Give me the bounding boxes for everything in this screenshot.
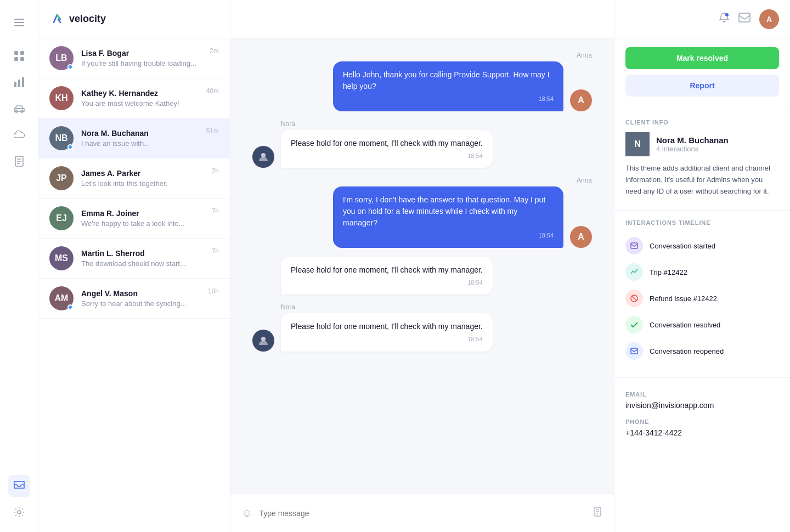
svg-rect-0 xyxy=(14,19,24,20)
client-name: Nora M. Buchanan xyxy=(656,135,729,145)
message-inner-row: Please hold for one moment, I'll check w… xyxy=(252,257,493,295)
message-bubble-wrap: I'm sorry, I don't have the answer to th… xyxy=(333,186,563,248)
chat-header xyxy=(230,0,614,38)
message-bubble: Hello John, thank you for calling Provid… xyxy=(333,61,563,111)
svg-rect-1 xyxy=(14,22,24,23)
message-inner-row: Please hold for one moment, I'll check w… xyxy=(252,130,493,168)
conv-preview: Let's look into this together. xyxy=(81,179,204,188)
conversation-panel: velocity LB Lisa F. Bogar If you're stil… xyxy=(38,0,230,532)
conv-name: Kathey K. Hernandez xyxy=(81,89,199,98)
conv-info: Martin L. Sherrod The download should no… xyxy=(81,249,204,268)
settings-nav-icon[interactable] xyxy=(8,501,30,523)
message-row-outgoing: AnnaI'm sorry, I don't have the answer t… xyxy=(252,177,592,248)
conversation-item[interactable]: MS Martin L. Sherrod The download should… xyxy=(38,239,230,279)
svg-rect-9 xyxy=(22,77,24,87)
conversation-item[interactable]: LB Lisa F. Bogar If you're still having … xyxy=(38,38,230,78)
message-inner-row: Please hold for one moment, I'll check w… xyxy=(252,313,493,352)
svg-rect-7 xyxy=(14,82,16,87)
conv-name: James A. Parker xyxy=(81,169,204,178)
timeline-icon xyxy=(625,263,643,281)
message-bubble: I'm sorry, I don't have the answer to th… xyxy=(333,186,563,248)
conversation-item[interactable]: EJ Emma R. Joiner We're happy to take a … xyxy=(38,199,230,239)
menu-icon[interactable] xyxy=(8,12,30,33)
message-row-incoming: NoraPlease hold for one moment, I'll che… xyxy=(252,120,592,168)
conv-avatar-wrap: MS xyxy=(49,246,74,270)
conv-avatar-wrap: JP xyxy=(49,166,74,190)
conv-preview: The download should now start... xyxy=(81,259,204,268)
timeline-label: Conversation resolved xyxy=(650,321,720,329)
divider-1 xyxy=(614,110,790,110)
conversation-item[interactable]: JP James A. Parker Let's look into this … xyxy=(38,159,230,199)
phone-label: PHONE xyxy=(625,418,779,425)
timeline-item: Trip #12422 xyxy=(625,259,779,285)
svg-rect-24 xyxy=(739,13,750,22)
cloud-nav-icon[interactable] xyxy=(8,124,30,146)
timeline-item: Conversation reopened xyxy=(625,338,779,364)
conversation-list: LB Lisa F. Bogar If you're still having … xyxy=(38,38,230,532)
inbox-nav-icon[interactable] xyxy=(8,475,30,497)
message-avatar: A xyxy=(570,89,592,111)
client-meta: Nora M. Buchanan 4 interactions xyxy=(656,135,729,153)
conv-time: 2m xyxy=(210,47,219,55)
message-sender-label: Anna xyxy=(577,177,592,184)
email-value: invision@invisionapp.com xyxy=(625,401,779,410)
timeline-icon xyxy=(625,237,643,254)
online-indicator xyxy=(67,304,73,310)
attach-icon[interactable] xyxy=(592,506,603,520)
grid-nav-icon[interactable] xyxy=(8,45,30,67)
conv-avatar: JP xyxy=(49,166,74,190)
report-button[interactable]: Report xyxy=(625,75,779,97)
message-bubble: Please hold for one moment, I'll check w… xyxy=(281,313,493,352)
conversation-item[interactable]: KH Kathey K. Hernandez You are most welc… xyxy=(38,78,230,118)
message-time: 18:54 xyxy=(291,278,483,287)
message-time: 18:54 xyxy=(343,94,554,104)
notification-icon[interactable] xyxy=(719,12,730,26)
svg-rect-4 xyxy=(20,51,24,55)
online-indicator xyxy=(67,64,73,70)
client-info-section-label: CLIENT INFO xyxy=(614,119,790,126)
message-row-incoming: Please hold for one moment, I'll check w… xyxy=(252,257,592,295)
conv-avatar: MS xyxy=(49,246,74,270)
timeline-icon xyxy=(625,342,643,360)
svg-rect-2 xyxy=(14,25,24,26)
conv-avatar: KH xyxy=(49,86,74,110)
conv-info: Angel V. Mason Sorry to hear about the s… xyxy=(81,289,200,308)
app-name: velocity xyxy=(69,13,106,25)
book-nav-icon[interactable] xyxy=(8,150,30,172)
client-info-header: N Nora M. Buchanan 4 interactions xyxy=(625,132,779,156)
message-input[interactable] xyxy=(259,509,585,518)
conv-time: 51m xyxy=(206,127,219,135)
chat-messages: AnnaHello John, thank you for calling Pr… xyxy=(230,38,614,494)
email-header-icon[interactable] xyxy=(738,13,751,25)
conv-time: 10h xyxy=(208,287,219,295)
chart-nav-icon[interactable] xyxy=(8,71,30,93)
message-time: 18:54 xyxy=(291,335,483,344)
svg-point-17 xyxy=(261,153,266,157)
conv-name: Angel V. Mason xyxy=(81,289,200,298)
conv-preview: You are most welcome Kathey! xyxy=(81,99,199,107)
mark-resolved-button[interactable]: Mark resolved xyxy=(625,47,779,69)
car-nav-icon[interactable] xyxy=(8,98,30,120)
conv-time: 2h xyxy=(212,167,219,175)
conv-info: Lisa F. Bogar If you're still having tro… xyxy=(81,49,202,67)
message-bubble: Please hold for one moment, I'll check w… xyxy=(281,257,493,295)
icon-sidebar xyxy=(0,0,38,532)
conv-avatar-wrap: LB xyxy=(49,46,74,70)
message-time: 18:54 xyxy=(291,151,483,161)
emoji-icon[interactable]: ☺ xyxy=(241,507,252,519)
conversation-item[interactable]: AM Angel V. Mason Sorry to hear about th… xyxy=(38,279,230,319)
conv-name: Emma R. Joiner xyxy=(81,209,204,218)
message-avatar: A xyxy=(570,226,592,248)
message-avatar xyxy=(252,146,274,168)
user-avatar-header: A xyxy=(759,9,779,29)
conv-time: 40m xyxy=(206,87,219,95)
conv-avatar-wrap: NB xyxy=(49,126,74,150)
svg-rect-3 xyxy=(14,51,18,55)
svg-point-16 xyxy=(18,511,21,514)
message-inner-row: Hello John, thank you for calling Provid… xyxy=(333,61,592,111)
divider-3 xyxy=(614,377,790,378)
conversation-item[interactable]: NB Nora M. Buchanan I have an issue with… xyxy=(38,118,230,159)
divider-2 xyxy=(614,210,790,211)
conv-avatar-wrap: KH xyxy=(49,86,74,110)
timeline-label: Conversation reopened xyxy=(650,347,724,355)
